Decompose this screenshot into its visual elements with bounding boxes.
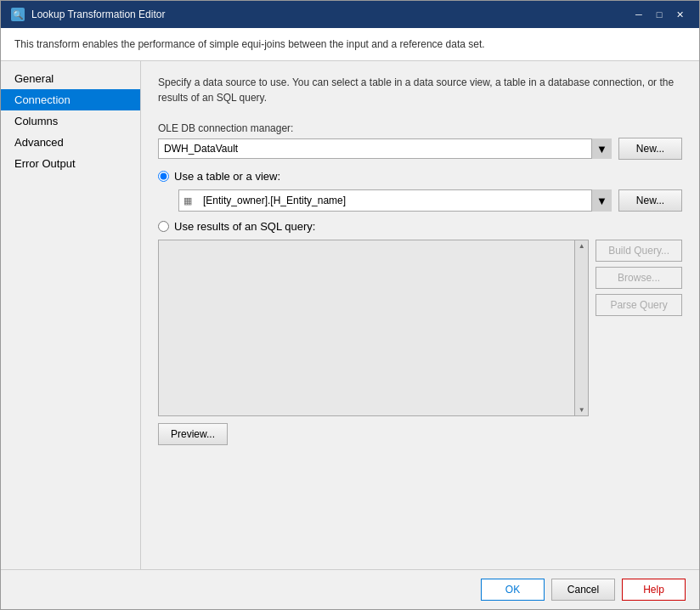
sidebar-item-error-output[interactable]: Error Output: [1, 153, 140, 174]
connection-select[interactable]: DWH_DataVault: [158, 138, 612, 159]
sidebar-item-advanced[interactable]: Advanced: [1, 132, 140, 153]
preview-button[interactable]: Preview...: [158, 423, 228, 445]
title-bar-left: 🔍 Lookup Transformation Editor: [11, 8, 165, 21]
footer: OK Cancel Help: [1, 569, 699, 609]
table-select-row: ▦ [Entity_owner].[H_Entity_name] ▼ New..…: [178, 189, 682, 212]
table-select-container: ▦ [Entity_owner].[H_Entity_name] ▼: [178, 189, 612, 212]
ole-db-group: OLE DB connection manager: DWH_DataVault…: [158, 122, 682, 160]
sql-textarea-container: ▲ ▼: [158, 240, 589, 416]
title-bar: 🔍 Lookup Transformation Editor ─ □ ✕: [1, 1, 699, 28]
window-icon-glyph: 🔍: [13, 10, 23, 20]
sql-section: ▲ ▼ Build Query... Browse... Parse Query: [158, 240, 682, 416]
parse-query-button[interactable]: Parse Query: [596, 294, 682, 316]
table-select[interactable]: [Entity_owner].[H_Entity_name]: [178, 189, 612, 212]
use-sql-radio[interactable]: [158, 221, 169, 232]
browse-button[interactable]: Browse...: [596, 267, 682, 289]
preview-row: Preview...: [158, 423, 682, 445]
sidebar-item-connection[interactable]: Connection: [1, 89, 140, 110]
ok-button[interactable]: OK: [481, 579, 545, 601]
build-query-button[interactable]: Build Query...: [596, 240, 682, 262]
sidebar: General Connection Columns Advanced Erro…: [1, 61, 141, 569]
section-description: Specify a data source to use. You can se…: [158, 75, 682, 105]
minimize-button[interactable]: ─: [629, 6, 648, 23]
content-area: General Connection Columns Advanced Erro…: [1, 61, 699, 569]
scroll-down-arrow[interactable]: ▼: [577, 404, 587, 415]
sql-buttons-group: Build Query... Browse... Parse Query: [596, 240, 682, 416]
window-icon: 🔍: [11, 8, 25, 21]
help-button[interactable]: Help: [622, 579, 686, 601]
ole-db-label: OLE DB connection manager:: [158, 122, 682, 134]
window-title: Lookup Transformation Editor: [31, 8, 165, 20]
main-panel: Specify a data source to use. You can se…: [141, 61, 699, 569]
maximize-button[interactable]: □: [650, 6, 669, 23]
description-bar: This transform enables the performance o…: [1, 28, 699, 61]
title-bar-controls: ─ □ ✕: [629, 6, 689, 23]
new-connection-button[interactable]: New...: [618, 138, 682, 160]
radio-group: Use a table or a view: ▦ [Entity_owner].…: [158, 170, 682, 445]
sql-textarea[interactable]: [159, 240, 574, 415]
sql-radio-row: Use results of an SQL query:: [158, 220, 682, 233]
connection-select-container: DWH_DataVault ▼: [158, 138, 612, 159]
table-grid-icon: ▦: [183, 195, 192, 206]
description-text: This transform enables the performance o…: [14, 38, 485, 50]
sidebar-item-columns[interactable]: Columns: [1, 110, 140, 132]
close-button[interactable]: ✕: [670, 6, 689, 23]
sidebar-item-general[interactable]: General: [1, 68, 140, 89]
use-sql-label: Use results of an SQL query:: [174, 220, 315, 233]
scroll-up-arrow[interactable]: ▲: [577, 240, 587, 251]
cancel-button[interactable]: Cancel: [551, 579, 615, 601]
table-radio-row: Use a table or a view:: [158, 170, 682, 183]
use-table-radio[interactable]: [158, 171, 169, 182]
new-table-button[interactable]: New...: [618, 189, 682, 212]
use-table-label: Use a table or a view:: [174, 170, 280, 183]
sql-scrollbar: ▲ ▼: [574, 240, 588, 415]
main-window: 🔍 Lookup Transformation Editor ─ □ ✕ Thi…: [0, 0, 700, 610]
ole-db-row: DWH_DataVault ▼ New...: [158, 138, 682, 160]
